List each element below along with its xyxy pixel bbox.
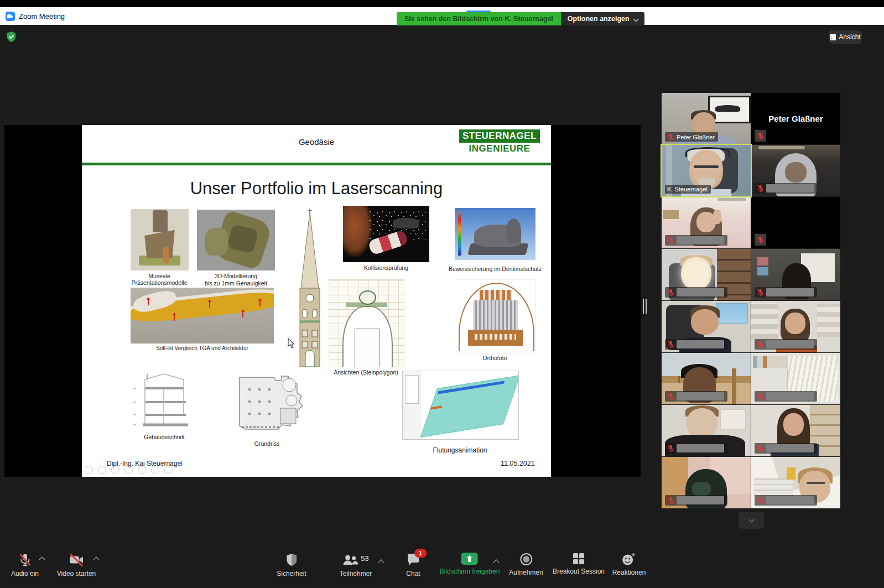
participants-button[interactable]: 53 Teilnehmer <box>340 553 372 577</box>
muted-mic-icon <box>667 341 674 348</box>
breakout-button[interactable]: Breakout Session <box>553 553 605 575</box>
video-button[interactable]: Video starten <box>57 553 96 577</box>
figure-caption: Soll-Ist Vergleich TGA und Architektur <box>131 345 274 351</box>
record-label: Aufnehmen <box>509 569 543 576</box>
zoom-meeting-window: Zoom Meeting Sie sehen den Bildschirm vo… <box>0 0 884 588</box>
figure-building-section: Gebäudeschnitt <box>128 372 200 441</box>
grid-view-icon <box>830 34 836 40</box>
record-button[interactable]: Aufnehmen <box>509 553 543 576</box>
redacted-name <box>766 392 814 400</box>
participant-tile[interactable] <box>662 249 751 300</box>
participant-name-tag <box>665 391 727 402</box>
share-options-button[interactable]: Optionen anzeigen <box>561 12 644 25</box>
gallery-next-page-button[interactable] <box>739 512 765 529</box>
participant-name-tag <box>665 287 727 298</box>
share-screen-button[interactable]: Bildschirm freigeben <box>440 553 500 575</box>
redacted-name <box>766 340 814 348</box>
presenter-controls <box>85 466 173 474</box>
security-label: Sicherheit <box>277 570 306 577</box>
zoom-app-icon <box>6 12 15 21</box>
participant-tile[interactable] <box>751 301 840 352</box>
shield-icon <box>285 553 298 567</box>
chevron-down-icon <box>749 517 755 522</box>
participant-tile[interactable]: Peter Glaßner <box>751 93 840 144</box>
chat-label: Chat <box>406 570 420 577</box>
participant-tile[interactable] <box>751 249 840 300</box>
participant-tile[interactable] <box>751 145 840 196</box>
chat-button[interactable]: 1 Chat <box>406 553 420 577</box>
figure-orthophoto: Orthofoto <box>455 279 535 362</box>
participant-tile[interactable] <box>751 197 840 248</box>
redacted-name <box>766 444 814 452</box>
participant-name: K. Steuernagel <box>667 186 708 192</box>
participant-tile[interactable] <box>751 353 840 404</box>
participant-tile[interactable]: Peter Glaßner <box>662 93 751 144</box>
share-options-label: Optionen anzeigen <box>568 15 630 23</box>
participant-name-tag <box>755 287 817 298</box>
chevron-down-icon <box>633 16 638 22</box>
share-screen-icon <box>461 553 478 565</box>
mouse-cursor <box>287 338 295 349</box>
participant-tile-active-speaker[interactable]: K. Steuernagel <box>662 145 751 196</box>
slide-date: 11.05.2021 <box>501 460 535 467</box>
muted-mic-icon <box>757 445 764 452</box>
participant-name-tag <box>755 443 817 454</box>
redacted-name <box>677 340 724 348</box>
figure-caption: Orthofoto <box>455 355 535 361</box>
figure-caption: Museale Präsentationsmodelle <box>123 273 195 286</box>
figure-caption: Gebäudeschnitt <box>128 434 200 440</box>
shared-screen-area: Geodäsie STEUERNAGEL INGENIEURE Unser Po… <box>4 125 641 477</box>
participant-name: Peter Glaßner <box>677 134 715 141</box>
participants-count: 53 <box>361 554 368 563</box>
participant-tile[interactable] <box>662 353 751 404</box>
participant-tile[interactable] <box>662 457 751 508</box>
desktop-strip <box>0 0 884 7</box>
reactions-button[interactable]: Reaktionen <box>612 553 646 576</box>
muted-mic-icon <box>667 393 674 400</box>
company-logo: STEUERNAGEL INGENIEURE <box>459 129 540 155</box>
participant-tile[interactable] <box>662 301 751 352</box>
participant-tile[interactable] <box>751 457 840 508</box>
figure-caption: Grundriss <box>230 440 304 447</box>
muted-mic-icon <box>667 289 674 296</box>
figure-3d-model: 3D-Modellierung bis zu 1mm Genauigkeit <box>197 210 275 287</box>
figure-museum-model: Museale Präsentationsmodelle <box>131 209 189 281</box>
participant-name-tag <box>755 391 817 402</box>
redacted-name <box>766 184 814 192</box>
participant-tile[interactable] <box>662 405 751 456</box>
participant-mute-indicator <box>755 234 766 246</box>
window-title: Zoom Meeting <box>19 12 65 20</box>
presentation-slide: Geodäsie STEUERNAGEL INGENIEURE Unser Po… <box>82 125 551 477</box>
participants-options-chevron[interactable] <box>378 559 384 565</box>
participant-tile[interactable] <box>662 197 751 248</box>
logo-line1: STEUERNAGEL <box>459 129 540 143</box>
security-button[interactable]: Sicherheit <box>277 553 306 577</box>
participant-name-tag <box>665 235 727 246</box>
participant-name-tag: Peter Glaßner <box>665 132 718 142</box>
figure-portal-views: Ansichten (Steinpolygon) <box>329 279 403 377</box>
participant-name-tag <box>665 443 727 454</box>
reactions-smiley-icon <box>622 553 636 566</box>
audio-options-chevron[interactable] <box>39 556 45 563</box>
participant-name-tag <box>665 495 727 506</box>
view-button[interactable]: Ansicht <box>829 30 862 44</box>
panel-resize-handle[interactable] <box>643 299 647 314</box>
participant-name-tag <box>755 183 817 194</box>
redacted-name <box>677 444 724 452</box>
reactions-label: Reaktionen <box>612 569 646 576</box>
view-button-label: Ansicht <box>839 33 860 41</box>
muted-mic-icon <box>757 132 764 139</box>
floor-plan-drawing <box>230 370 304 438</box>
figure-collision-check: Kollisionsprüfung <box>343 206 429 275</box>
slide-divider-line <box>82 163 551 165</box>
participant-name-tag <box>755 339 817 350</box>
muted-mic-icon <box>757 185 764 192</box>
figure-flood-animation: Flutungsanimation <box>402 371 518 455</box>
share-banner-message: Sie sehen den Bildschirm von K. Steuerna… <box>397 12 561 25</box>
muted-mic-icon <box>667 497 674 504</box>
muted-mic-icon <box>757 497 764 504</box>
muted-mic-icon <box>757 393 764 400</box>
participant-tile[interactable] <box>751 405 840 456</box>
redacted-name <box>766 496 814 504</box>
audio-button[interactable]: Audio ein <box>11 553 39 577</box>
